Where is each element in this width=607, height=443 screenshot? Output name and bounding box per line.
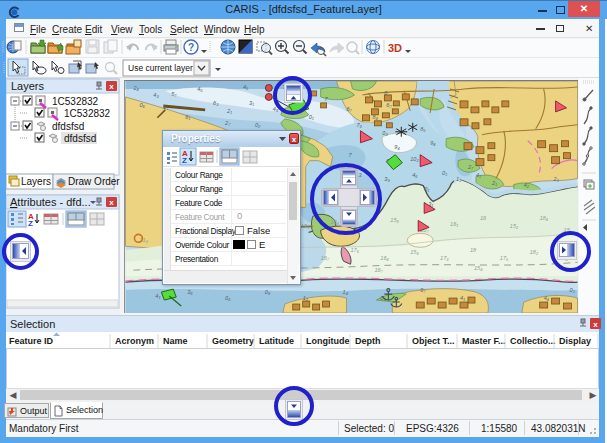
svg-text:41: 41 — [476, 172, 481, 179]
svg-text:184: 184 — [540, 215, 549, 222]
svg-text:39: 39 — [384, 176, 390, 183]
svg-text:?: ? — [188, 42, 194, 53]
svg-text:21: 21 — [226, 108, 232, 115]
svg-text:45: 45 — [197, 86, 203, 93]
svg-text:42: 42 — [524, 182, 530, 189]
svg-text:182: 182 — [530, 249, 539, 256]
svg-text:x: x — [109, 82, 114, 91]
svg-text:173: 173 — [440, 255, 449, 262]
svg-text:x: x — [593, 320, 598, 329]
svg-text:43: 43 — [153, 92, 159, 99]
svg-text:27: 27 — [162, 104, 169, 111]
svg-text:85: 85 — [420, 126, 426, 133]
svg-text:21: 21 — [491, 180, 497, 187]
svg-text:67: 67 — [347, 106, 353, 113]
svg-text:63: 63 — [213, 100, 219, 107]
svg-text:45: 45 — [243, 84, 249, 91]
svg-text:38: 38 — [187, 289, 193, 296]
svg-text:Geometry: Geometry — [212, 336, 254, 346]
svg-text:dfdsfsd: dfdsfsd — [52, 121, 84, 132]
svg-text:31: 31 — [249, 100, 254, 107]
svg-text:16: 16 — [480, 215, 487, 221]
svg-text:Attributes - dfd...: Attributes - dfd... — [10, 196, 91, 208]
svg-text:24: 24 — [132, 85, 139, 92]
svg-text:06: 06 — [139, 102, 145, 109]
svg-text:06: 06 — [225, 295, 231, 302]
svg-text:61: 61 — [185, 114, 190, 121]
svg-text:158: 158 — [390, 217, 399, 224]
svg-text:01: 01 — [309, 114, 314, 121]
svg-text:Longitude: Longitude — [306, 336, 350, 346]
svg-text:Use current layer: Use current layer — [128, 63, 193, 73]
svg-text:02: 02 — [255, 122, 261, 129]
svg-text:12: 12 — [456, 176, 462, 183]
svg-text:158: 158 — [410, 249, 419, 256]
svg-text:dfdsfsd: dfdsfsd — [64, 133, 96, 144]
svg-text:Z: Z — [182, 156, 187, 165]
svg-text:41: 41 — [460, 295, 465, 302]
svg-text:Master F...: Master F... — [462, 336, 506, 346]
svg-text:Object T...: Object T... — [412, 336, 455, 346]
svg-text:01: 01 — [424, 186, 429, 193]
svg-text:18: 18 — [470, 247, 477, 253]
svg-text:94: 94 — [430, 140, 436, 147]
svg-text:1C532832: 1C532832 — [64, 108, 111, 119]
svg-text:3D: 3D — [388, 42, 402, 54]
svg-text:175: 175 — [500, 255, 509, 262]
svg-text:01: 01 — [570, 287, 575, 294]
svg-text:176: 176 — [351, 247, 360, 254]
svg-text:94: 94 — [394, 144, 400, 151]
svg-text:79: 79 — [356, 122, 362, 129]
svg-text:57: 57 — [171, 91, 177, 98]
svg-text:Latitude: Latitude — [259, 336, 294, 346]
svg-text:Display: Display — [559, 336, 591, 346]
svg-text:Draw Order: Draw Order — [68, 176, 120, 187]
svg-text:Feature ID: Feature ID — [9, 336, 54, 346]
svg-text:167: 167 — [321, 255, 330, 262]
svg-text:Z: Z — [28, 219, 33, 228]
svg-text:213: 213 — [138, 237, 148, 244]
svg-text:Name: Name — [163, 336, 188, 346]
svg-text:84: 84 — [372, 114, 378, 121]
svg-text:67: 67 — [386, 102, 392, 109]
svg-text:1C532832: 1C532832 — [52, 96, 99, 107]
svg-text:03: 03 — [382, 130, 388, 137]
svg-text:08: 08 — [265, 289, 271, 296]
svg-text:Depth: Depth — [355, 336, 381, 346]
svg-text:27: 27 — [224, 120, 231, 127]
svg-text:12: 12 — [303, 295, 309, 302]
svg-text:01: 01 — [442, 170, 447, 177]
svg-text:67: 67 — [420, 287, 426, 294]
svg-text:Acronym: Acronym — [115, 336, 154, 346]
svg-text:102: 102 — [410, 156, 419, 163]
svg-text:41: 41 — [155, 293, 160, 300]
svg-text:154: 154 — [474, 265, 483, 272]
svg-text:x: x — [109, 198, 114, 207]
svg-text:167: 167 — [374, 267, 383, 274]
svg-text:152: 152 — [510, 223, 519, 230]
svg-text:164: 164 — [380, 255, 389, 262]
svg-text:21: 21 — [553, 176, 559, 183]
svg-text:14: 14 — [343, 289, 349, 296]
svg-text:Layers: Layers — [11, 80, 45, 92]
svg-text:135: 135 — [301, 223, 310, 230]
svg-text:Collectio...: Collectio... — [510, 336, 556, 346]
svg-text:Layers: Layers — [21, 176, 51, 187]
svg-text:161: 161 — [450, 221, 458, 228]
svg-text:27: 27 — [467, 164, 474, 171]
svg-text:46: 46 — [412, 172, 418, 179]
svg-text:44: 44 — [544, 295, 550, 302]
